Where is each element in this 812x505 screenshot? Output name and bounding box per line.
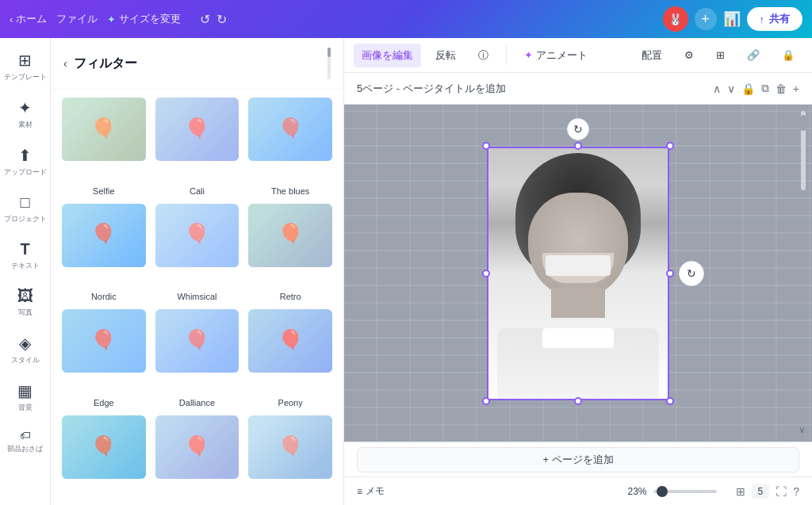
page-nav-actions: ∧ ∨ 🔒 ⧉ 🗑 + [713, 82, 799, 95]
filter-item-blues[interactable]: 🎈 The blues [247, 96, 334, 196]
link-button[interactable]: 🔗 [739, 44, 768, 66]
filter-item-edge[interactable]: 🎈 Edge [60, 308, 147, 407]
zoom-section: 23% [627, 486, 716, 497]
brand-label: 部品おさば [7, 444, 43, 454]
sidebar-item-brand[interactable]: 🏷 部品おさば [0, 423, 50, 461]
sidebar-item-style[interactable]: ◈ スタイル [0, 327, 50, 372]
resize-button[interactable]: ✦ サイズを変更 [107, 12, 181, 26]
filter-item-selfie[interactable]: 🎈 Selfie [60, 96, 147, 196]
filter-thumb-blues: 🎈 [247, 96, 334, 183]
page-add-button[interactable]: + [793, 82, 799, 95]
handle-bottom-center[interactable] [574, 397, 582, 405]
page-lock-button[interactable]: 🔒 [741, 82, 755, 95]
file-button[interactable]: ファイル [56, 12, 98, 26]
grid-view-button[interactable]: ⊞ [736, 485, 745, 498]
canvas-main[interactable]: ∨ ↻ [344, 105, 812, 442]
sidebar-item-elements[interactable]: ✦ 素材 [0, 92, 50, 136]
resize-label: サイズを変更 [119, 12, 181, 26]
help-button[interactable]: ? [793, 485, 799, 498]
filter-thumb-peony: 🎈 [247, 308, 334, 395]
filter-panel: ‹ フィルター 🎈 Selfie [51, 38, 344, 505]
undo-button[interactable]: ↺ [200, 12, 210, 27]
filter-edge-label: Edge [94, 398, 114, 407]
handle-bottom-right[interactable] [666, 397, 674, 405]
add-page-button[interactable]: + ページを追加 [357, 447, 799, 472]
flip-button[interactable]: 反転 [427, 44, 464, 67]
brand-icon: 🏷 [20, 429, 31, 442]
page-delete-button[interactable]: 🗑 [776, 82, 787, 95]
elements-icon: ✦ [18, 98, 32, 117]
template-icon: ⊞ [18, 51, 32, 70]
sidebar-item-template[interactable]: ⊞ テンプレート [0, 44, 50, 89]
filter-item-nordic[interactable]: 🎈 Nordic [60, 202, 147, 302]
redo-button[interactable]: ↻ [216, 12, 227, 27]
stats-button[interactable]: 📊 [723, 10, 741, 28]
position-button[interactable]: 配置 [634, 44, 670, 67]
page-indicator[interactable]: 5 [752, 484, 770, 499]
lock-icon: 🔒 [782, 49, 795, 61]
filter-thumb-cali: 🎈 [154, 96, 241, 183]
info-button[interactable]: ⓘ [470, 44, 496, 67]
animate-button[interactable]: ✦ アニメート [516, 44, 596, 67]
filter-retro-label: Retro [280, 292, 301, 301]
memo-button[interactable]: ≡ メモ [357, 484, 385, 498]
filter-item-peony[interactable]: 🎈 Peony [247, 308, 334, 407]
selected-image-container[interactable]: ↻ [487, 147, 669, 400]
page-nav: 5ページ - ページタイトルを追加 ∧ ∨ 🔒 ⧉ 🗑 + [344, 73, 812, 105]
rotate-button[interactable]: ↻ [567, 118, 589, 140]
text-label: テキスト [11, 261, 40, 271]
filter-item-whimsical[interactable]: 🎈 Whimsical [154, 202, 241, 302]
upload-label: アップロード [4, 167, 47, 178]
sidebar-item-text[interactable]: T テキスト [0, 234, 50, 277]
handle-middle-left[interactable] [482, 270, 490, 277]
page-down-button[interactable]: ∨ [727, 82, 735, 95]
edit-image-label: 画像を編集 [362, 48, 413, 63]
resize-icon: ✦ [107, 13, 116, 25]
edit-image-button[interactable]: 画像を編集 [354, 44, 421, 67]
main-content: ⊞ テンプレート ✦ 素材 ⬆ アップロード □ プロジェクト T テキスト 🖼… [0, 38, 812, 505]
adjust-button[interactable]: ⚙ [676, 44, 702, 66]
filter-whimsical-label: Whimsical [177, 292, 216, 301]
handle-middle-right[interactable] [666, 270, 674, 277]
canvas-toolbar: 画像を編集 反転 ⓘ ✦ アニメート 配置 ⚙ ⊞ [344, 38, 812, 73]
selected-image [487, 147, 669, 400]
filter-nordic-label: Nordic [91, 292, 117, 301]
page-copy-button[interactable]: ⧉ [761, 82, 769, 95]
sidebar-item-background[interactable]: ▦ 背景 [0, 375, 50, 419]
handle-top-left[interactable] [482, 142, 490, 150]
back-button[interactable]: ‹ [63, 57, 67, 70]
image-action-button[interactable]: ↻ [679, 261, 704, 286]
add-collaborator-button[interactable]: + [695, 8, 717, 30]
zoom-slider[interactable] [653, 490, 717, 493]
fullscreen-button[interactable]: ⛶ [776, 485, 787, 498]
topbar: ‹ ホーム ファイル ✦ サイズを変更 ↺ ↻ 🐰 + 📊 ↑ 共有 [0, 0, 812, 38]
scroll-track [801, 111, 806, 190]
handle-top-center[interactable] [574, 142, 582, 150]
filter-thumb-whimsical: 🎈 [154, 202, 241, 289]
filter-thumb-dare: 🎈 [60, 414, 147, 501]
handle-bottom-left[interactable] [482, 397, 490, 405]
filter-item-dalliance[interactable]: 🎈 Dalliance [154, 308, 241, 407]
grid-button[interactable]: ⊞ [708, 44, 733, 66]
filter-item-dare[interactable]: 🎈 Dare [60, 414, 147, 505]
filter-item-drama[interactable]: 🎈 Drama [247, 414, 334, 505]
page-up-button[interactable]: ∧ [713, 82, 721, 95]
filter-thumb-drama: 🎈 [247, 414, 334, 501]
filter-blues-label: The blues [271, 186, 309, 196]
lock-button[interactable]: 🔒 [774, 44, 802, 66]
avatar[interactable]: 🐰 [663, 6, 688, 32]
filter-grid-container[interactable]: 🎈 Selfie 🎈 Cali [51, 90, 343, 505]
page-nav-title: 5ページ - ページタイトルを追加 [357, 82, 713, 96]
handle-top-right[interactable] [666, 142, 674, 150]
home-button[interactable]: ‹ ホーム [10, 12, 47, 26]
scroll-bottom-indicator: ∨ [799, 424, 806, 435]
canvas-background: ∨ ↻ [344, 105, 812, 442]
add-page-label: + ページを追加 [542, 453, 613, 467]
share-button[interactable]: ↑ 共有 [747, 7, 803, 31]
sidebar-item-photo[interactable]: 🖼 写真 [0, 281, 50, 324]
filter-item-cali[interactable]: 🎈 Cali [154, 96, 241, 196]
sidebar-item-upload[interactable]: ⬆ アップロード [0, 140, 50, 184]
filter-item-rosie[interactable]: 🎈 Rosie [154, 414, 241, 505]
sidebar-item-project[interactable]: □ プロジェクト [0, 187, 50, 231]
filter-item-retro[interactable]: 🎈 Retro [247, 202, 334, 302]
